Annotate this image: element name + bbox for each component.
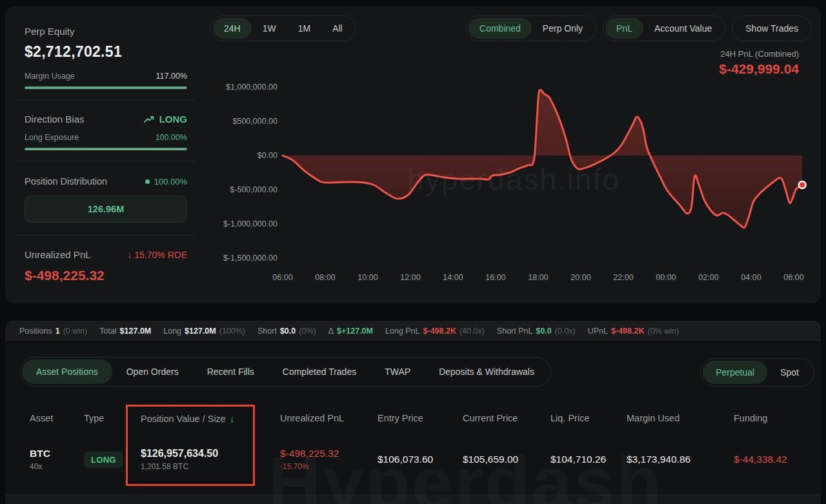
tab-completed-trades[interactable]: Completed Trades (268, 359, 370, 384)
x-tick: 10:00 (358, 273, 378, 282)
x-tick: 04:00 (741, 273, 761, 282)
y-tick: $-1,000,000.00 (223, 219, 277, 228)
perp-equity-label: Perp Equity (25, 26, 187, 37)
header-funding[interactable]: Funding (734, 413, 808, 423)
summary-long: Long $127.0M (100%) (163, 327, 245, 336)
perp-equity-section: Perp Equity $2,712,702.51 Margin Usage 1… (25, 26, 187, 89)
x-tick: 20:00 (570, 273, 590, 282)
x-tick: 22:00 (613, 273, 633, 282)
unrealized-pnl-pct: -15.70% (280, 462, 378, 471)
unrealized-roe-value: 15.70% ROE (134, 250, 187, 260)
sort-desc-icon: ↓ (230, 413, 235, 424)
header-current-price[interactable]: Current Price (463, 413, 550, 423)
hyperdash-dashboard: Perp Equity $2,712,702.51 Margin Usage 1… (0, 0, 826, 504)
long-exposure-value: 100.00% (156, 133, 187, 142)
market-perpetual-button[interactable]: Perpetual (703, 361, 767, 384)
long-exposure-label: Long Exposure (25, 133, 79, 142)
metric-pnl-button[interactable]: PnL (605, 18, 643, 39)
scope-perp-only-button[interactable]: Perp Only (532, 18, 594, 39)
header-type[interactable]: Type (84, 413, 141, 423)
position-distribution-section: Position Distribution 100.00% 126.96M (25, 176, 187, 223)
positions-panel: Asset Positions Open Orders Recent Fills… (5, 343, 821, 504)
scope-combined-button[interactable]: Combined (468, 18, 532, 39)
x-tick: 06:00 (783, 273, 803, 282)
period-tab-1m[interactable]: 1M (287, 18, 321, 39)
y-tick: $1,000,000.00 (226, 83, 277, 92)
unrealized-pnl-value: $-498,225.32 (25, 268, 187, 283)
position-value: $126,957,634.50 (141, 448, 280, 459)
tab-deposits-withdrawals[interactable]: Deposits & Withdrawals (425, 359, 549, 384)
x-tick: 12:00 (400, 273, 420, 282)
arrow-down-icon: ↓ (127, 250, 132, 260)
long-badge: LONG (84, 452, 123, 468)
pnl-area-fill (283, 90, 802, 228)
asset-symbol: BTC (30, 448, 84, 459)
cell-liq-price: $104,710.26 (550, 454, 627, 465)
position-distribution-pct: 100.00% (154, 177, 187, 186)
y-tick: $500,000.00 (232, 117, 277, 126)
position-size: 1,201.58 BTC (141, 462, 280, 471)
section-tabs: Asset Positions Open Orders Recent Fills… (19, 357, 551, 387)
header-entry-price[interactable]: Entry Price (378, 413, 463, 423)
long-exposure-bar-fill (25, 148, 187, 150)
period-tab-1w[interactable]: 1W (252, 18, 287, 39)
pnl-readout: 24H PnL (Combined) $-429,999.04 (719, 49, 799, 77)
cell-current-price: $105,659.00 (463, 454, 550, 465)
x-tick: 02:00 (698, 273, 718, 282)
market-toggle: Perpetual Spot (700, 358, 814, 387)
header-liq-price[interactable]: Liq. Price (550, 413, 627, 423)
cell-funding: $-44,338.42 (734, 454, 808, 465)
position-distribution-value: 126.96M (88, 204, 124, 214)
period-tab-all[interactable]: All (321, 18, 354, 39)
scope-toggle: Combined Perp Only (466, 15, 596, 41)
direction-bias-label: Direction Bias (25, 114, 85, 125)
direction-bias-value: LONG (159, 114, 187, 125)
period-tab-24h[interactable]: 24H (213, 18, 252, 39)
divider (17, 99, 195, 100)
summary-upnl: UPnL $-498.2K (0% win) (588, 327, 679, 336)
tab-recent-fills[interactable]: Recent Fills (193, 359, 268, 384)
show-trades-button[interactable]: Show Trades (732, 15, 812, 41)
cell-unrealized-pnl: $-498,225.32 -15.70% (280, 448, 378, 471)
metric-account-value-button[interactable]: Account Value (643, 18, 723, 39)
margin-usage-bar-fill (25, 86, 187, 89)
position-distribution-label: Position Distribution (25, 176, 107, 186)
market-spot-button[interactable]: Spot (767, 361, 812, 384)
x-tick: 06:00 (272, 273, 292, 282)
positions-summary-bar: Positions 1 (0 win) Total $127.0M Long $… (5, 321, 821, 341)
last-value-marker (799, 181, 806, 188)
cell-entry-price: $106,073.60 (378, 454, 463, 465)
period-tabs: 24H 1W 1M All (210, 15, 356, 41)
summary-positions: Positions 1 (0 win) (19, 327, 87, 336)
cell-margin-used: $3,173,940.86 (627, 454, 734, 465)
position-distribution-value-box: 126.96M (25, 196, 187, 223)
x-tick: 00:00 (656, 273, 676, 282)
account-sidebar: Perp Equity $2,712,702.51 Margin Usage 1… (5, 6, 206, 303)
x-tick: 14:00 (443, 273, 463, 282)
tab-asset-positions[interactable]: Asset Positions (22, 359, 112, 384)
divider (17, 161, 195, 161)
trend-up-icon (144, 116, 155, 123)
y-tick: $-500,000.00 (230, 185, 277, 194)
next-row-strip (5, 494, 821, 504)
cell-type: LONG (84, 452, 141, 468)
summary-total: Total $127.0M (99, 327, 151, 336)
header-margin-used[interactable]: Margin Used (627, 413, 734, 423)
tab-twap[interactable]: TWAP (370, 359, 425, 384)
header-asset[interactable]: Asset (30, 413, 84, 423)
tab-open-orders[interactable]: Open Orders (112, 359, 193, 384)
margin-usage-label: Margin Usage (25, 72, 75, 81)
header-position-value[interactable]: Position Value / Size↓ (141, 413, 280, 424)
table-row[interactable]: BTC 40x LONG $126,957,634.50 1,201.58 BT… (5, 438, 821, 481)
summary-delta: Δ $+127.0M (328, 327, 373, 336)
divider (17, 235, 195, 236)
metric-toggle: PnL Account Value (603, 15, 725, 41)
summary-long-pnl: Long PnL $-498.2K (40.0x) (385, 327, 485, 336)
header-unrealized-pnl[interactable]: Unrealized PnL (280, 413, 378, 423)
unrealized-pnl: $-498,225.32 (280, 448, 378, 459)
cell-asset: BTC 40x (30, 448, 84, 471)
pnl-chart: hyperdash.info $1,000,000.00 $500,000.00… (217, 76, 814, 293)
overview-panel: Perp Equity $2,712,702.51 Margin Usage 1… (5, 6, 821, 303)
pnl-readout-value: $-429,999.04 (719, 61, 799, 77)
chart-controls: Combined Perp Only PnL Account Value Sho… (466, 15, 812, 41)
